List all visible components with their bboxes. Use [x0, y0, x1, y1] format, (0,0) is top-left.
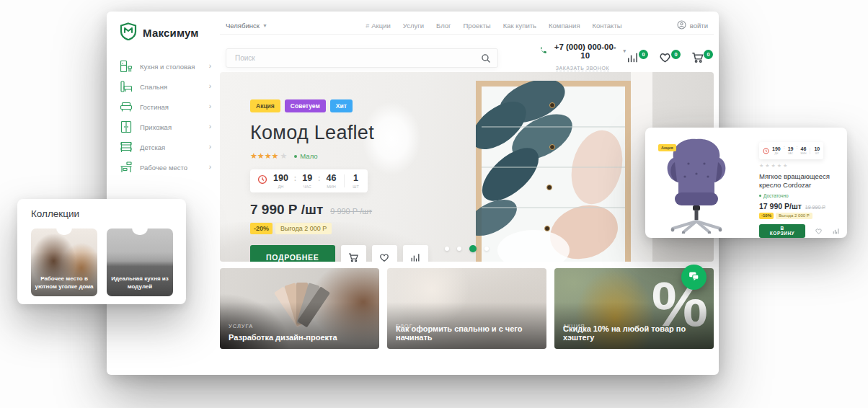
hero-discount-row: -20% Выгода 2 000 Р	[250, 223, 428, 234]
star-empty: ★	[280, 151, 287, 161]
kitchen-icon	[119, 59, 133, 74]
collection-card-workspace[interactable]: Рабочее место в уютном уголке дома	[31, 229, 97, 296]
chevron-right-icon: ›	[209, 164, 211, 171]
benefit-label: Выгода 2 000 Р	[776, 213, 812, 219]
old-price: 9 990 Р /шт	[330, 207, 372, 216]
hero-price-row: 7 990 Р /шт 9 990 Р /шт	[250, 202, 428, 218]
compare-button[interactable]	[403, 245, 428, 262]
site-mockup-panel: Максимум Кухня и столовая ›	[107, 12, 719, 375]
nav-item-company[interactable]: Компания	[549, 22, 580, 30]
hero-actions: ПОДРОБНЕЕ	[250, 245, 428, 262]
product-rating-stars: ★★★★★	[759, 163, 840, 169]
add-to-cart-button[interactable]: В КОРЗИНУ	[759, 224, 805, 238]
sidebar-item-workspace[interactable]: Рабочее место ›	[119, 160, 220, 174]
nav-menu: # Акции Услуги Блог Проекты Как купить К…	[366, 22, 621, 30]
hero-countdown-timer: 190 дн : 19 час : 46 мин 1 шт	[250, 169, 368, 192]
favorite-button[interactable]	[372, 245, 397, 262]
timer-days: 190	[273, 174, 288, 183]
compare-button[interactable]	[832, 227, 840, 235]
clock-icon	[763, 144, 769, 157]
promo-card-title: Как оформить спальню и с чего начинать	[396, 324, 539, 342]
compare-button[interactable]: 0	[626, 50, 640, 65]
discount-badge: -20%	[250, 223, 273, 234]
phone-number[interactable]: +7 (000) 000-00-10 ▾	[539, 43, 626, 60]
carousel-dot-active[interactable]	[469, 245, 477, 252]
collection-card-title: Идеальная кухня из модулей	[110, 275, 170, 291]
cart-button[interactable]: 0	[691, 50, 705, 65]
collection-card-title: Рабочее место в уютном уголке дома	[34, 275, 94, 291]
login-button[interactable]: войти	[677, 20, 708, 31]
brand-logo[interactable]: Максимум	[119, 22, 220, 43]
sidebar-item-label: Рабочее место	[140, 164, 187, 172]
clock-icon	[257, 174, 267, 187]
nav-item-promos[interactable]: # Акции	[366, 22, 391, 30]
price: 17 990 Р/шт	[759, 202, 802, 210]
promo-card-title: Разработка дизайн-проекта	[229, 333, 372, 342]
collections-panel: Коллекции Рабочее место в уютном уголке …	[17, 199, 186, 304]
product-actions: В КОРЗИНУ	[759, 224, 840, 238]
login-label: войти	[690, 22, 708, 30]
chevron-right-icon: ›	[209, 83, 211, 90]
search-input[interactable]	[226, 49, 497, 67]
timer-qty: 1	[353, 174, 358, 183]
chat-widget-button[interactable]	[681, 265, 707, 290]
sidebar-item-label: Детская	[140, 143, 165, 151]
hero-rating: ★★★★ ★ Мало	[250, 151, 428, 161]
cart-count-badge: 0	[704, 50, 713, 59]
sidebar-item-hallway[interactable]: Прихожая ›	[119, 120, 220, 134]
carousel-dots	[445, 245, 489, 252]
hero-product-info: Акция Советуем Хит Комод Leaflet ★★★★ ★ …	[250, 99, 428, 262]
timer-minutes: 46	[326, 174, 336, 183]
hero-badges: Акция Советуем Хит	[250, 99, 428, 112]
product-discount-row: -10% Выгода 2 000 Р	[759, 213, 840, 219]
brand-name: Максимум	[143, 27, 199, 39]
request-call-link[interactable]: заказать звонок	[556, 66, 609, 71]
phone-block: +7 (000) 000-00-10 ▾ заказать звонок	[539, 43, 626, 73]
hero-banner[interactable]: Акция Советуем Хит Комод Leaflet ★★★★ ★ …	[220, 72, 714, 262]
hero-product-title: Комод Leaflet	[250, 122, 428, 144]
nav-item-blog[interactable]: Блог	[436, 22, 451, 30]
header-action-icons: 0 0 0	[626, 50, 708, 65]
sidebar-item-livingroom[interactable]: Гостиная ›	[119, 99, 220, 114]
product-info: 190 дн : 19 час : 46 мин 10 шт ★★★★★ Мяг…	[759, 142, 840, 238]
favorite-button[interactable]	[815, 227, 823, 235]
page: Максимум Кухня и столовая ›	[0, 0, 868, 408]
product-quick-card[interactable]: Акция	[645, 128, 847, 238]
search-icon[interactable]	[481, 53, 491, 66]
promo-card-tag: УСЛУГА	[229, 323, 253, 329]
nav-item-how-to-buy[interactable]: Как купить	[503, 22, 536, 30]
favorites-button[interactable]: 0	[658, 50, 673, 65]
kidsroom-icon	[119, 140, 133, 154]
product-price-row: 17 990 Р/шт 19 990 Р	[759, 202, 840, 210]
old-price: 19 990 Р	[805, 205, 825, 210]
phone-icon	[539, 47, 547, 56]
nav-item-projects[interactable]: Проекты	[464, 22, 491, 30]
details-button[interactable]: ПОДРОБНЕЕ	[250, 245, 335, 262]
carousel-dot[interactable]	[457, 247, 461, 251]
badge-hit: Хит	[330, 99, 353, 112]
nav-item-services[interactable]: Услуги	[403, 22, 424, 30]
chevron-down-icon: ▼	[262, 23, 267, 28]
carousel-dot[interactable]	[445, 247, 449, 251]
nav-item-contacts[interactable]: Контакты	[593, 22, 622, 30]
city-selector[interactable]: Челябинск ▼	[226, 22, 311, 30]
top-navigation: Челябинск ▼ # Акции Услуги Блог Проекты …	[220, 12, 714, 35]
city-label: Челябинск	[226, 22, 260, 30]
sidebar-item-kitchen[interactable]: Кухня и столовая ›	[119, 59, 220, 74]
stock-status: Достаточно	[759, 193, 840, 198]
status-dot	[294, 155, 297, 158]
hallway-icon	[119, 120, 133, 134]
chevron-right-icon: ›	[209, 123, 211, 130]
promo-card-service[interactable]: УСЛУГА Разработка дизайн-проекта	[220, 268, 379, 349]
stock-status: Мало	[294, 152, 317, 160]
add-to-cart-button[interactable]	[341, 245, 366, 262]
bedroom-icon	[119, 79, 133, 94]
sidebar-item-bedroom[interactable]: Спальня ›	[119, 79, 220, 94]
hero-product-image	[476, 81, 631, 262]
promo-card-blog[interactable]: БЛОГ Как оформить спальню и с чего начин…	[387, 268, 546, 349]
collections-title: Коллекции	[31, 208, 186, 219]
sidebar-item-kidsroom[interactable]: Детская ›	[119, 140, 220, 154]
carousel-dot[interactable]	[484, 247, 489, 251]
collection-card-kitchen[interactable]: Идеальная кухня из модулей	[107, 229, 173, 296]
chevron-right-icon: ›	[209, 63, 211, 70]
